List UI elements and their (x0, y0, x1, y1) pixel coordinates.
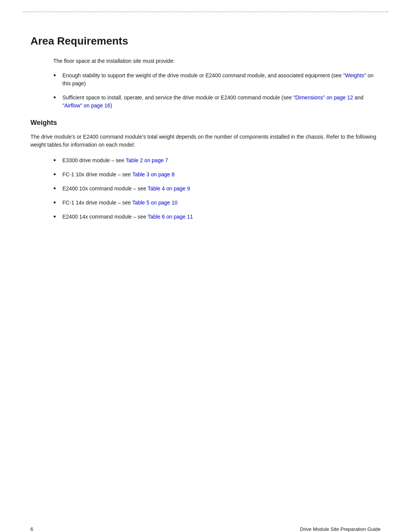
table2-link[interactable]: Table 2 on page 7 (126, 157, 168, 163)
weights-bullet-2: FC-1 10x drive module – see Table 3 on p… (62, 171, 175, 177)
intro-bullet-list: Enough stability to support the weight o… (53, 72, 381, 110)
table4-link[interactable]: Table 4 on page 9 (148, 185, 190, 192)
page-container: Area Requirements The floor space at the… (0, 11, 411, 532)
page-footer: 6 Drive Module Site Preparation Guide (0, 526, 411, 532)
intro-paragraph: The floor space at the installation site… (53, 58, 381, 64)
weights-bullet-1: E3300 drive module – see Table 2 on page… (62, 157, 168, 163)
weights-bullet-list: E3300 drive module – see Table 2 on page… (53, 157, 381, 221)
list-item: E2400 14x command module – see Table 6 o… (53, 213, 381, 221)
table5-link[interactable]: Table 5 on page 10 (132, 200, 177, 206)
weights-bullet-4: FC-1 14x drive module – see Table 5 on p… (62, 200, 178, 206)
list-item: E2400 10x command module – see Table 4 o… (53, 185, 381, 193)
weights-section: Weights The drive module's or E2400 comm… (30, 119, 381, 221)
airflow-link[interactable]: "Airflow" on page 16 (62, 102, 110, 109)
weights-heading: Weights (30, 119, 381, 127)
list-item: FC-1 10x drive module – see Table 3 on p… (53, 171, 381, 179)
bullet-text-1: Enough stability to support the weight o… (62, 72, 374, 86)
weights-bullet-3: E2400 10x command module – see Table 4 o… (62, 185, 190, 192)
bullet-text-2: Sufficient space to install, operate, an… (62, 94, 363, 109)
dimensions-link[interactable]: "Dimensions" on page 12 (293, 94, 353, 101)
list-item: E3300 drive module – see Table 2 on page… (53, 157, 381, 165)
weights-link[interactable]: "Weights" (343, 72, 366, 78)
table3-link[interactable]: Table 3 on page 8 (132, 171, 174, 177)
footer-guide-title: Drive Module Site Preparation Guide (300, 526, 381, 532)
list-item: Sufficient space to install, operate, an… (53, 94, 381, 110)
content-area: Area Requirements The floor space at the… (0, 12, 411, 260)
weights-bullet-5: E2400 14x command module – see Table 6 o… (62, 214, 193, 220)
list-item: Enough stability to support the weight o… (53, 72, 381, 88)
list-item: FC-1 14x drive module – see Table 5 on p… (53, 199, 381, 207)
table6-link[interactable]: Table 6 on page 11 (148, 214, 193, 220)
footer-page-number: 6 (30, 526, 33, 532)
weights-body: The drive module's or E2400 command modu… (30, 133, 381, 149)
page-title: Area Requirements (30, 35, 381, 47)
